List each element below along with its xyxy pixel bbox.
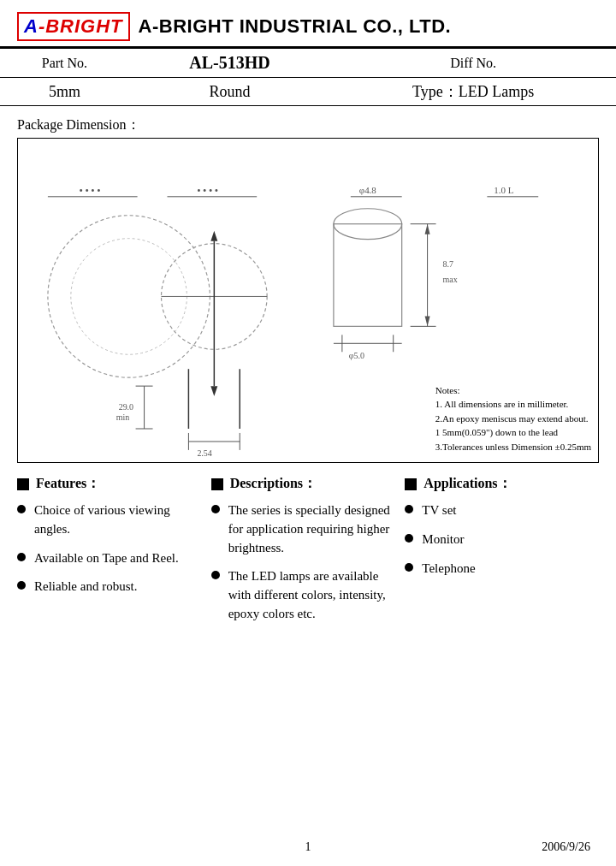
app-text-1: TV set [422,501,456,520]
svg-text:φ4.8: φ4.8 [359,185,377,195]
feature-item-2: Available on Tape and Reel. [17,549,203,568]
shape-value: Round [129,78,330,106]
notes-box: Notes: 1. All dimensions are in millimet… [435,383,591,454]
svg-marker-6 [210,386,217,396]
bullet-icon-1 [17,505,26,513]
svg-marker-22 [425,224,430,234]
applications-header-icon [405,478,417,490]
svg-text:8.7: 8.7 [443,259,453,269]
company-name: A-BRIGHT INDUSTRIAL CO., LTD. [139,15,452,38]
feature-text-1: Choice of various viewing angles. [34,501,203,539]
logo-a: A [24,15,38,37]
logo-text: A-BRIGHT [24,15,123,38]
footer-center: 1 [305,840,311,854]
note-3: 1 5mm(0.059") down to the lead [435,425,591,440]
app-item-1: TV set [405,501,590,520]
descriptions-column: Descriptions： The series is specially de… [211,475,406,634]
part-row-2: 5mm Round Type：LED Lamps [0,78,616,106]
footer-page: 1 [305,840,311,853]
app-bullet-3 [405,563,413,572]
svg-text:1.0 L: 1.0 L [494,185,513,195]
package-title: Package Dimension： [17,116,599,134]
desc-bullet-2 [211,571,220,579]
desc-text-1: The series is specially designed for app… [228,501,397,557]
svg-text:• • • •: • • • • [80,185,101,195]
footer-date: 2006/9/26 [542,840,590,854]
svg-text:max: max [443,275,458,284]
app-item-2: Monitor [405,531,590,549]
feature-text-3: Reliable and robust. [34,578,137,596]
bullet-icon-2 [17,553,26,561]
logo-box: A-BRIGHT [17,12,130,41]
part-number-bold: AL-513HD [189,53,270,72]
desc-text-2: The LED lamps are available with differe… [228,567,397,623]
note-1: 1. All dimensions are in millimeter. [435,397,591,412]
descriptions-header: Descriptions： [211,475,397,493]
feature-item-3: Reliable and robust. [17,578,203,596]
svg-text:• • • •: • • • • [197,185,218,195]
diff-no-label: Diff No. [330,49,616,78]
features-header-icon [17,478,29,490]
app-text-2: Monitor [422,531,464,549]
part-no-label: Part No. [0,49,129,78]
feature-text-2: Available on Tape and Reel. [34,549,179,568]
svg-marker-5 [210,231,217,241]
note-2: 2.An epoxy meniscus may extend about. [435,412,591,426]
app-text-3: Telephone [422,560,475,578]
desc-bullet-1 [211,505,220,513]
features-column: Features： Choice of various viewing angl… [17,475,211,634]
package-section: Package Dimension： • • • • [0,106,616,463]
svg-text:2.54: 2.54 [197,448,211,458]
app-item-3: Telephone [405,560,590,578]
applications-header: Applications： [405,475,590,493]
descriptions-header-label: Descriptions： [230,475,317,493]
desc-item-2: The LED lamps are available with differe… [211,567,397,623]
bullet-icon-3 [17,581,26,590]
svg-text:29.0: 29.0 [119,402,133,412]
app-bullet-2 [405,534,413,543]
bottom-section: Features： Choice of various viewing angl… [0,463,616,634]
applications-column: Applications： TV set Monitor Telephone [405,475,599,634]
type-value: Type：LED Lamps [330,78,616,106]
features-header: Features： [17,475,203,493]
descriptions-header-icon [211,478,223,490]
size-value: 5mm [0,78,129,106]
notes-title: Notes: [435,383,591,398]
svg-text:min: min [116,412,130,422]
dimension-box: • • • • • • • • φ4.8 1.0 L 8.7 max [17,138,599,463]
page-header: A-BRIGHT A-BRIGHT INDUSTRIAL CO., LTD. [0,0,616,48]
svg-text:φ5.0: φ5.0 [349,351,364,360]
applications-header-label: Applications： [424,475,511,493]
app-bullet-1 [405,505,413,513]
note-4: 3.Tolerances unless Dimension ±0.25mm [435,440,591,454]
part-no-value: AL-513HD [129,49,330,78]
desc-item-1: The series is specially designed for app… [211,501,397,557]
part-info-table: Part No. AL-513HD Diff No. 5mm Round Typ… [0,48,616,106]
part-row-1: Part No. AL-513HD Diff No. [0,49,616,78]
feature-item-1: Choice of various viewing angles. [17,501,203,539]
svg-marker-23 [425,316,430,326]
features-header-label: Features： [36,475,100,493]
